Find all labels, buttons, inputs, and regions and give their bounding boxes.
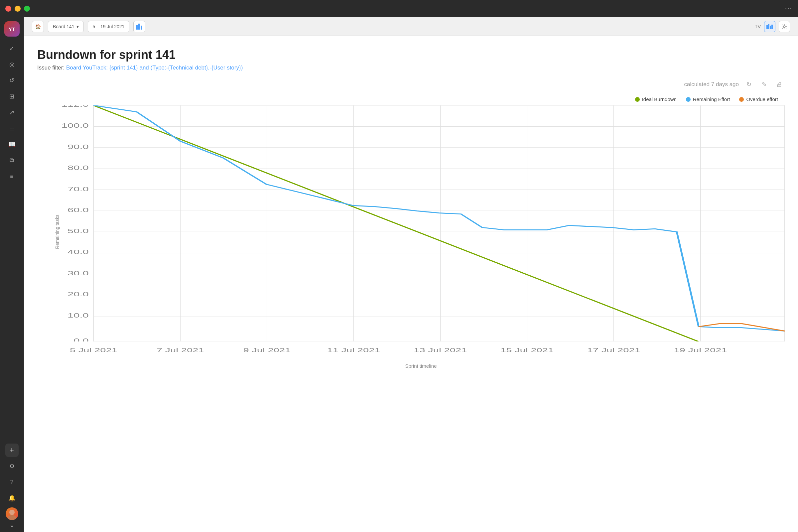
more-options-icon[interactable]: ⋯	[785, 4, 793, 13]
chart-area: calculated 7 days ago ↻ ✎ 🖨 Ideal Burndo…	[37, 79, 785, 358]
svg-point-0	[9, 510, 15, 515]
board-selector[interactable]: Board 141 ▾	[48, 21, 84, 32]
refresh-button[interactable]: ↻	[743, 79, 754, 90]
legend-overdue-effort: Overdue effort	[739, 96, 778, 102]
edit-button[interactable]: ✎	[759, 79, 770, 90]
content-area: 🏠 Board 141 ▾ 5 – 19 Jul 2021 TV	[24, 17, 798, 532]
svg-text:60.0: 60.0	[68, 207, 89, 213]
sidebar: YT ✓ ◎ ↺ ⊞ ↗ ⚏ 📖 ⧉ ≡ + ⚙ ? 🔔 «	[0, 17, 24, 532]
svg-text:10.0: 10.0	[68, 312, 89, 319]
bar-chart-view-button[interactable]	[764, 21, 775, 32]
svg-point-1	[8, 515, 16, 520]
legend-remaining-effort: Remaining Effort	[686, 96, 730, 102]
sidebar-item-radar[interactable]: ◎	[5, 58, 19, 71]
svg-text:80.0: 80.0	[68, 164, 89, 171]
app-layout: YT ✓ ◎ ↺ ⊞ ↗ ⚏ 📖 ⧉ ≡ + ⚙ ? 🔔 « 🏠	[0, 17, 798, 532]
toolbar: 🏠 Board 141 ▾ 5 – 19 Jul 2021 TV	[24, 17, 798, 36]
overdue-effort-dot	[739, 97, 744, 102]
svg-text:17 Jul 2021: 17 Jul 2021	[587, 347, 640, 353]
issue-filter-link[interactable]: Board YouTrack: {sprint 141} and (Type:-…	[66, 64, 243, 71]
svg-text:70.0: 70.0	[68, 186, 89, 192]
chart-legend: Ideal Burndown Remaining Effort Overdue …	[37, 96, 778, 102]
help-icon[interactable]: ?	[5, 475, 19, 489]
page-content: Burndown for sprint 141 Issue filter: Bo…	[24, 36, 798, 532]
app-logo[interactable]: YT	[4, 21, 20, 37]
svg-text:50.0: 50.0	[68, 228, 89, 235]
svg-text:19 Jul 2021: 19 Jul 2021	[673, 347, 727, 353]
sidebar-item-stack[interactable]: ≡	[5, 170, 19, 183]
bell-icon[interactable]: 🔔	[5, 491, 19, 505]
svg-rect-6	[768, 24, 770, 29]
sidebar-item-board[interactable]: ⊞	[5, 90, 19, 103]
svg-rect-2	[136, 25, 138, 30]
sidebar-item-inbox[interactable]: ⧉	[5, 154, 19, 167]
ideal-burndown-line	[93, 106, 698, 341]
issue-filter: Issue filter: Board YouTrack: {sprint 14…	[37, 64, 785, 71]
svg-text:112.0: 112.0	[61, 106, 89, 108]
titlebar: ⋯	[0, 0, 798, 17]
svg-text:9 Jul 2021: 9 Jul 2021	[243, 347, 291, 353]
settings-icon[interactable]: ⚙	[5, 459, 19, 473]
svg-rect-4	[141, 25, 142, 30]
svg-rect-7	[770, 25, 771, 29]
svg-text:0.0: 0.0	[74, 338, 89, 341]
chart-container: Remaining tasks	[37, 106, 785, 358]
print-button[interactable]: 🖨	[774, 79, 785, 90]
window-controls	[5, 6, 30, 12]
x-axis-label: Sprint timeline	[57, 363, 785, 369]
minimize-button[interactable]	[15, 6, 21, 12]
svg-text:15 Jul 2021: 15 Jul 2021	[500, 347, 554, 353]
x-axis-ticks: 5 Jul 2021 7 Jul 2021 9 Jul 2021 11 Jul …	[57, 343, 785, 358]
settings-button[interactable]	[779, 21, 790, 32]
svg-text:20.0: 20.0	[68, 291, 89, 298]
sidebar-item-book[interactable]: 📖	[5, 138, 19, 151]
collapse-sidebar-button[interactable]: «	[11, 523, 13, 528]
sidebar-bottom: + ⚙ ? 🔔 «	[5, 443, 19, 528]
tv-label: TV	[755, 24, 761, 29]
toolbar-right: TV	[755, 21, 790, 32]
svg-text:7 Jul 2021: 7 Jul 2021	[157, 347, 204, 353]
svg-text:30.0: 30.0	[68, 270, 89, 277]
sidebar-item-check[interactable]: ✓	[5, 42, 19, 55]
remaining-effort-line	[93, 106, 785, 331]
chart-type-button[interactable]	[133, 21, 145, 32]
svg-text:13 Jul 2021: 13 Jul 2021	[414, 347, 467, 353]
svg-point-9	[783, 25, 785, 27]
svg-text:100.0: 100.0	[61, 122, 89, 129]
page-title: Burndown for sprint 141	[37, 48, 785, 62]
svg-text:5 Jul 2021: 5 Jul 2021	[70, 347, 117, 353]
chart-header: calculated 7 days ago ↻ ✎ 🖨	[37, 79, 785, 90]
svg-text:11 Jul 2021: 11 Jul 2021	[327, 347, 380, 353]
add-button[interactable]: +	[5, 443, 19, 457]
user-avatar[interactable]	[6, 507, 18, 520]
svg-text:90.0: 90.0	[68, 143, 89, 150]
sidebar-item-chart[interactable]: ↗	[5, 106, 19, 119]
remaining-effort-dot	[686, 97, 690, 102]
chart-svg: 112.0 100.0 90.0 80.0 70.0 60.0 50.0 40.…	[57, 106, 785, 341]
sidebar-item-grid[interactable]: ⚏	[5, 122, 19, 135]
svg-rect-8	[772, 25, 773, 29]
sidebar-item-history[interactable]: ↺	[5, 74, 19, 87]
svg-rect-3	[138, 24, 140, 30]
ideal-burndown-dot	[635, 97, 640, 102]
home-button[interactable]: 🏠	[32, 21, 44, 32]
close-button[interactable]	[5, 6, 11, 12]
legend-ideal-burndown: Ideal Burndown	[635, 96, 677, 102]
svg-text:40.0: 40.0	[68, 249, 89, 256]
date-range[interactable]: 5 – 19 Jul 2021	[88, 21, 130, 32]
maximize-button[interactable]	[24, 6, 30, 12]
svg-rect-5	[766, 25, 768, 29]
calculated-text: calculated 7 days ago	[684, 81, 739, 88]
